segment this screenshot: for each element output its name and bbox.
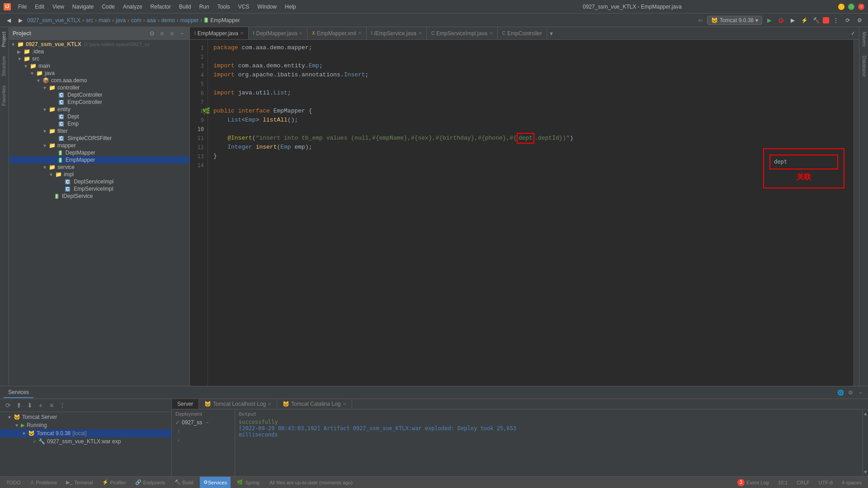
tree-cors[interactable]: C SimpleCORSFilter (9, 135, 189, 142)
run-button[interactable]: ▶ (764, 15, 774, 25)
status-encoding[interactable]: UTF-8 (816, 480, 835, 485)
expand-button[interactable]: ⬇ (25, 401, 34, 410)
tree-deptmapper[interactable]: I DeptMapper (9, 149, 189, 156)
tree-root[interactable]: ▼ 📁 0927_ssm_vue_KTLX D:\java-baties-spa… (9, 41, 189, 48)
status-indent[interactable]: 4 spaces (839, 480, 864, 485)
tree-empmapper[interactable]: I EmpMapper (9, 156, 189, 164)
menu-analyze[interactable]: Analyze (119, 3, 146, 11)
tree-idea[interactable]: ▶ 📁 .idea (9, 48, 189, 55)
add-service-button[interactable]: + (36, 401, 45, 410)
tab-iempservice-close[interactable]: ✕ (418, 31, 422, 36)
status-profiler[interactable]: ⚡ Profiler (99, 479, 129, 485)
code-editor[interactable]: 1 2 3 4 5 6 7 8 9 10 11 12 13 14 package… (190, 40, 859, 386)
settings-gear-icon[interactable]: ⚙ (148, 29, 156, 38)
tab-iempservice-java[interactable]: I IEmpService.java ✕ (367, 27, 427, 40)
tree-deptcontroller[interactable]: C DeptController (9, 91, 189, 99)
tree-filter[interactable]: ▼ 📁 filter (9, 127, 189, 135)
database-tab[interactable]: Database (859, 51, 868, 81)
nav-src[interactable]: src (86, 17, 93, 23)
menu-build[interactable]: Build (175, 3, 195, 11)
structure-tab[interactable]: Structure (0, 52, 9, 81)
maximize-button[interactable]: □ (848, 4, 854, 10)
menu-file[interactable]: File (14, 3, 30, 11)
debug-button[interactable]: 🐞 (776, 15, 786, 25)
tomcat-version-item[interactable]: ▼ 🐱 Tomcat 9.0.38 [local] (0, 429, 171, 437)
tree-controller[interactable]: ▼ 📁 controller (9, 84, 189, 91)
settings-button[interactable]: ⚙ (854, 15, 864, 25)
minimize-button[interactable]: ─ (838, 4, 844, 10)
tree-entity[interactable]: ▼ 📁 entity (9, 106, 189, 113)
code-content[interactable]: package com.aaa.demo.mapper; import com.… (208, 40, 854, 386)
menu-help[interactable]: Help (281, 3, 300, 11)
build-button[interactable]: 🔨 (811, 15, 821, 25)
tab-empserviceimpl-close[interactable]: ✕ (489, 31, 493, 36)
sr-tab-catalina-log[interactable]: 🐱 Tomcat Catalina Log ✕ (277, 399, 352, 409)
tree-impl[interactable]: ▼ 📁 impl (9, 171, 189, 178)
status-problems[interactable]: ⚠ Problems (27, 479, 60, 485)
tree-ideptservice[interactable]: I IDeptService (9, 192, 189, 200)
panel-close-icon[interactable]: − (856, 389, 864, 397)
tree-src[interactable]: ▼ 📁 src (9, 55, 189, 62)
running-item[interactable]: ▼ ▶ Running (0, 421, 171, 429)
tree-empcontroller[interactable]: C EmpController (9, 99, 189, 106)
editor-scrollbar[interactable] (854, 40, 859, 386)
menu-edit[interactable]: Edit (31, 3, 48, 11)
menu-vcs[interactable]: VCS (235, 3, 253, 11)
profile-button[interactable]: ⚡ (799, 15, 809, 25)
tree-package[interactable]: ▼ 📦 com.aaa.demo (9, 77, 189, 84)
editor-settings[interactable]: ✓ (851, 30, 859, 37)
sr-tab-server[interactable]: Server (172, 399, 199, 409)
tree-deptserviceimpl[interactable]: C DeptServiceImpl (9, 178, 189, 185)
navigate-back[interactable]: ⇦ (695, 15, 705, 25)
tab-overflow-button[interactable]: ▾ (547, 30, 556, 37)
menu-refactor[interactable]: Refactor (147, 3, 175, 11)
project-tab[interactable]: Project (0, 27, 9, 52)
nav-demo[interactable]: demo (161, 17, 175, 23)
refresh-button[interactable]: ⟳ (4, 401, 13, 410)
status-spring[interactable]: 🌿 Spring (234, 479, 262, 485)
nav-project[interactable]: 0927_ssm_vue_KTLX (27, 17, 80, 23)
nav-mapper[interactable]: mapper (180, 17, 199, 23)
tree-dept[interactable]: C Dept (9, 113, 189, 120)
hide-panel-icon[interactable]: − (178, 29, 186, 38)
stop-button[interactable] (823, 17, 829, 23)
nav-aaa[interactable]: aaa (147, 17, 156, 23)
tree-service[interactable]: ▼ 📁 service (9, 164, 189, 171)
favorites-tab[interactable]: Favorites (0, 81, 9, 110)
nav-java[interactable]: java (116, 17, 126, 23)
more-run-actions[interactable]: ⋮ (831, 15, 841, 25)
tree-mapper[interactable]: ▼ 📁 mapper (9, 142, 189, 149)
forward-button[interactable]: ▶ (15, 15, 25, 25)
panel-globe-icon[interactable]: 🌐 (836, 389, 844, 397)
collapse-button[interactable]: ⬆ (14, 401, 24, 410)
tree-main[interactable]: ▼ 📁 main (9, 62, 189, 70)
more-button[interactable]: ⋮ (58, 401, 67, 410)
status-todo[interactable]: TODO (4, 480, 24, 485)
run-config-selector[interactable]: 🐱 Tomcat 9.0.38 ▾ (707, 16, 762, 25)
tab-empserviceimpl-java[interactable]: C EmpServiceImpl.java ✕ (427, 27, 498, 40)
output-scrollbar[interactable]: ▲ ▼ (863, 409, 868, 476)
menu-window[interactable]: Window (254, 3, 280, 11)
sr-catalina-log-close[interactable]: ✕ (343, 402, 346, 407)
filter-button[interactable]: ≡ (47, 401, 56, 410)
close-button[interactable]: ✕ (858, 4, 864, 10)
tree-empserviceimpl[interactable]: C EmpServiceImpl (9, 185, 189, 192)
status-event-log[interactable]: 3 Event Log (735, 479, 772, 486)
menu-run[interactable]: Run (196, 3, 213, 11)
tree-emp[interactable]: C Emp (9, 120, 189, 127)
back-button[interactable]: ◀ (4, 15, 14, 25)
status-terminal[interactable]: ▶_ Terminal (63, 479, 96, 485)
artifact-item[interactable]: ✓ 🔧 0927_ssm_vue_KTLX:war exp (0, 437, 171, 446)
status-position[interactable]: 10:1 (775, 480, 790, 485)
status-line-sep[interactable]: CRLF (794, 480, 812, 485)
expand-all-icon[interactable]: ≡ (158, 29, 166, 38)
tab-empmapper-xml-close[interactable]: ✕ (358, 31, 362, 36)
status-build[interactable]: 🔨 Build (172, 479, 196, 485)
tomcat-server-item[interactable]: ▼ 🐱 Tomcat Server (0, 413, 171, 421)
tab-deptmapper-java[interactable]: I DeptMapper.java ✕ (249, 27, 308, 40)
nav-empMapper[interactable]: EmpMapper (210, 17, 240, 23)
menu-tools[interactable]: Tools (214, 3, 234, 11)
services-panel-tab[interactable]: Services (4, 387, 33, 398)
tab-empmapper-close[interactable]: ✕ (240, 31, 244, 36)
nav-com[interactable]: com (131, 17, 142, 23)
